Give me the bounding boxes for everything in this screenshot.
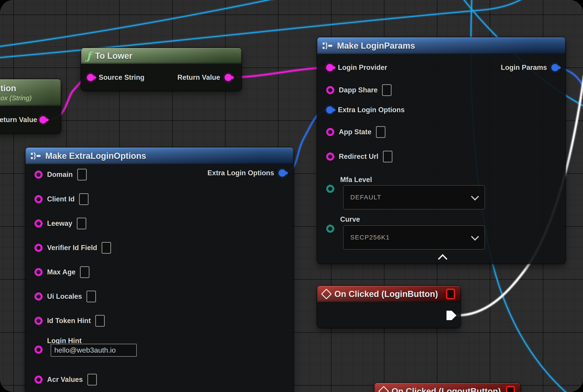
mfa-level-value: DEFAULT	[350, 194, 382, 201]
dapp-share-checkbox[interactable]	[382, 84, 392, 96]
mfa-level-dropdown[interactable]: DEFAULT	[343, 185, 485, 210]
node-title: On Clicked (LoginButton)	[334, 289, 438, 299]
node-make-extra-login-options-header[interactable]: Make ExtraLoginOptions	[26, 148, 294, 164]
function-icon: ƒ	[86, 51, 91, 61]
pin-row: Acr Values	[34, 373, 97, 386]
collapse-node-chevron-icon[interactable]	[438, 254, 448, 264]
pin-row: Max Age	[34, 266, 90, 278]
node-title: On Clicked (LogoutButton)	[392, 386, 501, 392]
dapp-share-pin[interactable]	[326, 86, 334, 94]
redirect-url-label: Redirect Url	[339, 152, 378, 161]
make-struct-icon	[31, 152, 41, 160]
blueprint-graph-canvas[interactable]: tion ox (String) eturn Value ƒ To Lower …	[0, 0, 583, 392]
exec-output-pin[interactable]	[446, 311, 456, 320]
client-id-pin[interactable]	[34, 195, 42, 203]
max-age-checkbox[interactable]	[80, 266, 90, 278]
curve-label: Curve	[340, 215, 360, 224]
domain-pin[interactable]	[34, 170, 42, 179]
label-row: Mfa Level	[340, 174, 372, 186]
source-string-pin[interactable]	[87, 74, 94, 81]
return-value-pin-label: eturn Value	[0, 116, 37, 124]
redirect-url-checkbox[interactable]	[383, 151, 392, 162]
curve-dropdown[interactable]: SECP256K1	[343, 225, 485, 250]
domain-label: Domain	[47, 170, 73, 179]
pin-row: Domain	[34, 168, 87, 181]
app-state-pin[interactable]	[326, 128, 334, 136]
source-string-label: Source String	[99, 74, 144, 82]
acr-values-label: Acr Values	[47, 376, 83, 384]
pin-row: Source String	[87, 71, 144, 84]
extra-login-options-out-label: Extra Login Options	[208, 169, 274, 177]
pin-row: Verifier Id Field	[34, 242, 111, 254]
pin-row: Return Value	[178, 71, 232, 84]
widget-bind-icon	[506, 386, 515, 392]
app-state-label: App State	[339, 128, 372, 136]
extra-login-options-label: Extra Login Options	[338, 106, 404, 114]
domain-checkbox[interactable]	[77, 169, 87, 180]
mfa-level-label: Mfa Level	[340, 176, 372, 184]
login-hint-pin[interactable]	[34, 346, 42, 354]
extra-login-options-output-pin[interactable]	[279, 170, 286, 177]
pin-row: Extra Login Options	[208, 167, 286, 179]
verifier-id-field-checkbox[interactable]	[102, 242, 111, 254]
make-struct-icon	[322, 42, 333, 50]
pin-row: App State	[326, 126, 386, 138]
client-id-label: Client Id	[47, 195, 74, 203]
node-to-lower-header[interactable]: ƒ To Lower	[81, 48, 242, 64]
extra-login-options-pin[interactable]	[326, 106, 334, 114]
leeway-label: Leeway	[47, 220, 72, 228]
node-title: To Lower	[95, 51, 132, 61]
pin-row: Dapp Share	[326, 84, 392, 96]
node-title: Make LoginParams	[337, 41, 415, 51]
event-diamond-icon	[321, 288, 332, 300]
pin-row: Ui Locales	[34, 290, 96, 303]
node-on-clicked-loginbutton[interactable]: On Clicked (LoginButton)	[317, 286, 460, 328]
acr-values-checkbox[interactable]	[88, 374, 97, 386]
ui-locales-checkbox[interactable]	[86, 290, 96, 302]
chevron-down-icon	[471, 192, 479, 200]
login-provider-label: Login Provider	[338, 64, 387, 72]
login-hint-input[interactable]	[51, 344, 137, 357]
client-id-checkbox[interactable]	[79, 193, 88, 205]
node-title: Make ExtraLoginOptions	[45, 151, 146, 161]
node-to-lower[interactable]: ƒ To Lower Source String Return Value	[81, 48, 242, 91]
leeway-pin[interactable]	[34, 220, 42, 228]
mfa-level-pin[interactable]	[326, 185, 334, 193]
node-textbox-partial-header[interactable]: tion ox (String)	[0, 79, 61, 106]
widget-bind-icon	[446, 288, 455, 300]
node-make-login-params-header[interactable]: Make LoginParams	[317, 38, 566, 54]
id-token-hint-checkbox[interactable]	[95, 315, 105, 327]
pin-row: Id Token Hint	[34, 314, 105, 327]
curve-pin[interactable]	[326, 224, 334, 233]
node-on-clicked-logoutbutton[interactable]: On Clicked (LogoutButton)	[374, 383, 520, 392]
pin-row: Login Provider	[326, 61, 387, 74]
id-token-hint-label: Id Token Hint	[47, 317, 91, 325]
pin-row: Leeway	[34, 217, 86, 230]
node-textbox-partial[interactable]: tion ox (String) eturn Value	[0, 79, 61, 133]
login-params-output-pin[interactable]	[552, 64, 559, 71]
ui-locales-label: Ui Locales	[47, 292, 82, 300]
pin-row: Login Params	[501, 61, 559, 74]
id-token-hint-pin[interactable]	[34, 317, 42, 325]
login-provider-pin[interactable]	[326, 64, 334, 71]
node-subtitle: ox (String)	[0, 94, 32, 102]
max-age-pin[interactable]	[34, 268, 42, 276]
ui-locales-pin[interactable]	[34, 292, 42, 300]
label-row: Curve	[340, 213, 360, 226]
string-output-pin[interactable]	[40, 116, 47, 124]
verifier-id-field-pin[interactable]	[34, 244, 42, 252]
node-on-clicked-loginbutton-header[interactable]: On Clicked (LoginButton)	[317, 286, 460, 302]
pin-row: Redirect Url	[326, 150, 392, 163]
node-make-extra-login-options[interactable]: Make ExtraLoginOptions Domain Extra Logi…	[26, 148, 294, 392]
verifier-id-field-label: Verifier Id Field	[47, 244, 97, 252]
acr-values-pin[interactable]	[34, 376, 42, 384]
app-state-checkbox[interactable]	[376, 126, 386, 138]
return-value-label: Return Value	[178, 74, 220, 82]
return-value-pin[interactable]	[224, 74, 232, 81]
leeway-checkbox[interactable]	[77, 218, 86, 229]
node-on-clicked-logoutbutton-header[interactable]: On Clicked (LogoutButton)	[374, 383, 520, 392]
node-make-login-params[interactable]: Make LoginParams Login Provider Login Pa…	[317, 38, 566, 264]
event-diamond-icon	[378, 386, 389, 392]
login-params-label: Login Params	[501, 64, 547, 72]
redirect-url-pin[interactable]	[326, 152, 334, 161]
